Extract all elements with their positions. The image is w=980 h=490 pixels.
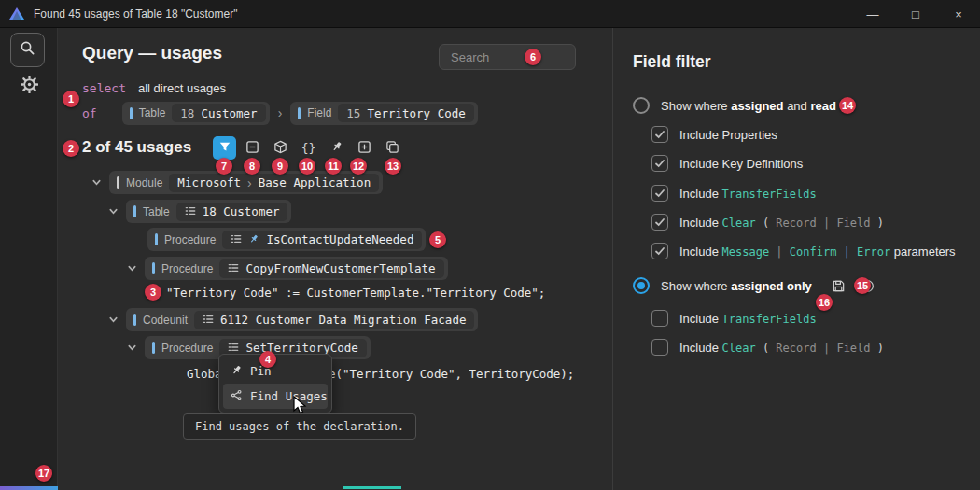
tree-node-table[interactable]: Table 18 Customer [126, 200, 291, 223]
procedure-1-name: IsContactUpdateNeeded [266, 232, 413, 246]
table-accent-bar [133, 205, 136, 217]
tree-row-codeunit: Codeunit 6112 Customer Data Migration Fa… [106, 308, 478, 331]
app-window: Found 45 usages of Table 18 "Customer" —… [0, 0, 980, 490]
annotation-badge: 1 [63, 91, 79, 107]
checkbox-clear-2[interactable] [651, 339, 668, 356]
crumb-field-name: Territory Code [367, 106, 465, 120]
usage-code-line-2-right[interactable]: e("Territory Code", TerritoryCode); [329, 364, 574, 383]
sidebar-search-button[interactable] [10, 33, 45, 67]
list-icon [185, 203, 196, 220]
crumb-field-chip[interactable]: Field 15 Territory Code [290, 102, 477, 125]
select-value[interactable]: all direct usages [138, 81, 226, 95]
procedure-kind-label: Procedure [161, 342, 213, 355]
app-logo-icon [9, 7, 24, 20]
codeunit-accent-bar [133, 314, 136, 326]
progress-sliver [343, 486, 401, 489]
module-separator: › [247, 175, 252, 190]
checkbox-row-message-params: Include Message | Confirm | Error parame… [651, 241, 956, 261]
pin-filter-button[interactable] [325, 136, 348, 160]
package-button[interactable] [269, 136, 292, 160]
tree-row-table: Table 18 Customer [106, 200, 291, 223]
menu-item-find-usages[interactable]: Find Usages [223, 384, 328, 409]
annotation-badge: 2 [63, 140, 79, 157]
chevron-down-icon[interactable] [125, 336, 138, 359]
procedure-kind-label: Procedure [161, 262, 213, 275]
braces-icon: {} [301, 141, 316, 155]
checkbox-row-key-definitions: Include Key Definitions [651, 153, 803, 174]
annotation-badge: 3 [145, 284, 161, 301]
field-accent-bar [298, 107, 301, 119]
plus-square-icon [357, 140, 371, 157]
minus-square-icon [245, 140, 259, 157]
tree-node-procedure-pinned[interactable]: Procedure [147, 228, 426, 251]
list-icon [231, 231, 242, 248]
procedure-accent-bar [152, 342, 155, 354]
filter-option-assigned-only: Show where assigned only [633, 275, 875, 296]
checkbox-label: Include Clear ( Record | Field ) [679, 341, 884, 355]
chevron-down-icon[interactable] [90, 171, 103, 194]
expand-button[interactable] [353, 136, 376, 160]
module-name-2: Base Application [259, 175, 371, 189]
chevron-down-icon[interactable] [125, 257, 138, 280]
panel-divider [612, 28, 613, 490]
codeunit-kind-label: Codeunit [143, 314, 188, 327]
filter-button[interactable] [213, 136, 236, 160]
procedure-3-name: SetTerritoryCode [245, 341, 357, 355]
checkbox-transferfields[interactable] [651, 185, 668, 202]
sidebar-accent-bar [0, 486, 58, 490]
checkbox-message-params[interactable] [651, 243, 668, 259]
checkbox-label: Include TransferFields [679, 312, 817, 326]
annotation-badge: 13 [385, 158, 401, 175]
checkbox-row-clear-2: Include Clear ( Record | Field ) [651, 337, 884, 357]
info-icon[interactable] [861, 279, 875, 293]
query-select-row: select all direct usages [82, 79, 226, 96]
tree-node-module[interactable]: Module Microsoft › Base Application [109, 171, 383, 194]
checkbox-transferfields-2[interactable] [651, 310, 668, 327]
braces-button[interactable]: {} [297, 136, 320, 160]
procedure-accent-bar [152, 262, 155, 274]
usage-code-line-1[interactable]: "Territory Code" := CustomerTemplate."Te… [166, 283, 545, 301]
crumb-field-label: Field [307, 106, 331, 119]
tree-node-codeunit[interactable]: Codeunit 6112 Customer Data Migration Fa… [126, 308, 478, 331]
checkbox-key-definitions[interactable] [651, 155, 668, 172]
checkbox-label: Include Key Definitions [679, 157, 803, 171]
context-menu: Pin Find Usages [218, 354, 332, 413]
sidebar-settings-button[interactable] [18, 75, 40, 97]
collapse-button[interactable] [241, 136, 264, 160]
window-title: Found 45 usages of Table 18 "Customer" [34, 7, 237, 21]
maximize-button[interactable]: □ [894, 0, 937, 28]
procedure-2-name: CopyFromNewCustomerTemplate [245, 261, 435, 275]
save-icon[interactable] [832, 279, 846, 293]
copy-button[interactable] [381, 136, 404, 160]
minimize-button[interactable]: — [851, 0, 894, 28]
list-icon [203, 312, 214, 329]
search-input[interactable] [439, 44, 576, 70]
table-kind-label: Table [143, 205, 170, 218]
module-kind-label: Module [126, 176, 162, 189]
menu-item-find-usages-label: Find Usages [250, 389, 328, 403]
usage-code-line-2-left[interactable]: Globa [187, 364, 222, 383]
tree-node-procedure-2[interactable]: Procedure CopyFromNewCustomerTemplate [145, 257, 448, 280]
checkbox-clear[interactable] [651, 214, 668, 231]
filter-panel-title: Field filter [633, 52, 711, 72]
radio-assigned-and-read[interactable] [633, 97, 650, 114]
pin-icon [231, 364, 243, 379]
crumb-table-chip[interactable]: Table 18 Customer [122, 102, 270, 125]
checkbox-label: Include TransferFields [679, 187, 817, 201]
chevron-down-icon[interactable] [106, 308, 119, 331]
menu-item-pin[interactable]: Pin [223, 358, 328, 384]
usage-count: 2 of 45 usages [82, 138, 191, 157]
chevron-down-icon[interactable] [106, 200, 119, 223]
module-name-1: Microsoft [177, 175, 241, 189]
checkbox-label: Include Message | Confirm | Error parame… [679, 245, 956, 259]
checkbox-properties[interactable] [651, 126, 668, 143]
procedure-kind-label: Procedure [164, 233, 216, 246]
crumb-field-id: 15 [346, 106, 360, 120]
crumb-table-label: Table [139, 106, 166, 119]
radio-assigned-only[interactable] [633, 277, 650, 294]
table-accent-bar [130, 107, 133, 119]
annotation-badge: 14 [839, 97, 856, 114]
usages-icon [231, 389, 243, 404]
close-button[interactable]: × [937, 0, 980, 28]
filter-option-assigned-and-read: Show where assigned and read [633, 95, 836, 116]
